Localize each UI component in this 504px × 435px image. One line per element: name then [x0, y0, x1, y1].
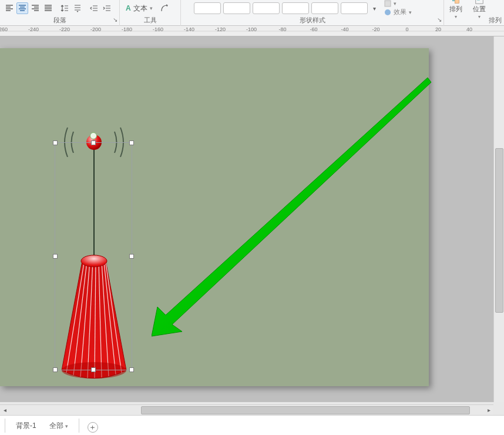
svg-point-1	[385, 9, 391, 15]
resize-handle-nw[interactable]	[53, 140, 58, 145]
ribbon-group-shape-styles: ▾ ▾ 效果 ▾ 形状样式 ↘	[181, 0, 444, 26]
ribbon-group-arrange: 排列 ▾ 位置 ▾ 排列	[444, 0, 504, 26]
line-spacing-button[interactable]	[59, 2, 70, 14]
resize-handle-w[interactable]	[53, 254, 58, 259]
all-pages-tab[interactable]: 全部 ▾	[47, 419, 70, 433]
align-left-button[interactable]	[4, 2, 15, 14]
annotation-arrow[interactable]	[152, 78, 434, 342]
ruler-mark: -40	[341, 26, 348, 32]
ruler-mark: -80	[278, 26, 286, 32]
resize-handle-se[interactable]	[129, 367, 134, 372]
svg-marker-20	[152, 78, 431, 336]
ruler-mark: 40	[466, 26, 472, 32]
position-label: 位置	[473, 5, 486, 14]
ribbon-group-label: 排列	[489, 16, 502, 25]
ribbon-group-tools: A 文本 ▾ 工具	[120, 0, 181, 26]
align-justify-button[interactable]	[42, 2, 54, 14]
svg-rect-3	[455, 0, 459, 3]
style-swatch[interactable]	[311, 2, 338, 14]
align-center-button[interactable]	[16, 2, 28, 14]
ruler-mark: -220	[59, 26, 70, 32]
vertical-scrollbar-thumb[interactable]	[495, 148, 503, 313]
resize-handle-n[interactable]	[91, 140, 96, 145]
resize-handle-ne[interactable]	[129, 140, 134, 145]
ruler-mark: 20	[435, 26, 441, 32]
rotation-handle[interactable]	[90, 132, 97, 139]
increase-indent-button[interactable]	[101, 2, 113, 14]
ribbon-group-label: 工具	[120, 16, 180, 25]
shape-styles-launcher-icon[interactable]: ↘	[435, 17, 442, 24]
vertical-scrollbar[interactable]	[493, 36, 504, 402]
resize-handle-s[interactable]	[91, 367, 96, 372]
resize-handle-sw[interactable]	[53, 367, 58, 372]
style-swatch[interactable]	[253, 2, 280, 14]
selection-frame[interactable]	[55, 142, 132, 370]
page-tab[interactable]: 背景-1	[14, 419, 39, 433]
svg-rect-5	[477, 0, 480, 1]
divider	[79, 419, 79, 433]
hscroll-left-icon[interactable]: ◂	[0, 405, 9, 414]
ruler-mark: -100	[246, 26, 257, 32]
drawing-canvas[interactable]	[0, 36, 504, 402]
ribbon-group-label: 段落	[0, 16, 119, 25]
ribbon-group-label: 形状样式	[181, 16, 443, 25]
ruler-mark: -180	[122, 26, 132, 32]
all-pages-label: 全部	[49, 421, 63, 431]
connector-tool-button[interactable]	[159, 2, 170, 14]
svg-rect-4	[476, 0, 483, 4]
style-swatch[interactable]	[223, 2, 250, 14]
paragraph-spacing-button[interactable]	[72, 2, 83, 14]
ribbon-group-paragraph: 段落 ↘	[0, 0, 120, 26]
ribbon: 段落 ↘ A 文本 ▾ 工具 ▾	[0, 0, 504, 26]
shape-fill-button[interactable]: ▾	[384, 0, 412, 7]
align-right-button[interactable]	[29, 2, 41, 14]
divider	[5, 419, 5, 433]
decrease-indent-button[interactable]	[88, 2, 100, 14]
ruler-mark: -60	[310, 26, 317, 32]
style-swatch[interactable]	[341, 2, 368, 14]
ruler-mark: -200	[90, 26, 101, 32]
ruler-mark: -120	[215, 26, 226, 32]
position-button[interactable]: 位置 ▾	[468, 0, 491, 19]
ruler-mark: 0	[405, 26, 408, 32]
ruler-mark: -260	[0, 26, 8, 32]
gallery-more-icon[interactable]: ▾	[370, 1, 378, 16]
shape-style-gallery[interactable]: ▾	[191, 1, 381, 16]
effects-label: 效果	[394, 8, 406, 16]
ruler-mark: -160	[153, 26, 163, 32]
arrange-label: 排列	[449, 5, 462, 14]
style-swatch[interactable]	[194, 2, 221, 14]
add-page-button[interactable]: ＋	[88, 422, 98, 433]
svg-rect-0	[385, 1, 391, 6]
page-tab-label: 背景-1	[16, 421, 36, 431]
shape-effects-button[interactable]: 效果 ▾	[384, 8, 412, 16]
hscroll-right-icon[interactable]: ▸	[484, 405, 493, 414]
ruler-mark: -140	[184, 26, 194, 32]
arrange-button[interactable]: 排列 ▾	[444, 0, 468, 19]
paragraph-launcher-icon[interactable]: ↘	[110, 17, 117, 24]
chevron-down-icon: ▾	[65, 423, 68, 429]
ruler-mark: -20	[372, 26, 379, 32]
horizontal-ruler: -260 -240 -220 -200 -180 -160 -140 -120 …	[0, 26, 504, 36]
status-bar: 背景-1 全部 ▾ ＋	[0, 415, 504, 435]
horizontal-scrollbar[interactable]: ◂ ▸	[0, 404, 493, 415]
text-tool-button[interactable]: A 文本 ▾	[123, 2, 155, 14]
ruler-mark: -240	[28, 26, 39, 32]
style-swatch[interactable]	[282, 2, 309, 14]
horizontal-scrollbar-thumb[interactable]	[141, 406, 470, 414]
resize-handle-e[interactable]	[129, 254, 134, 259]
text-tool-label: 文本	[133, 4, 147, 14]
